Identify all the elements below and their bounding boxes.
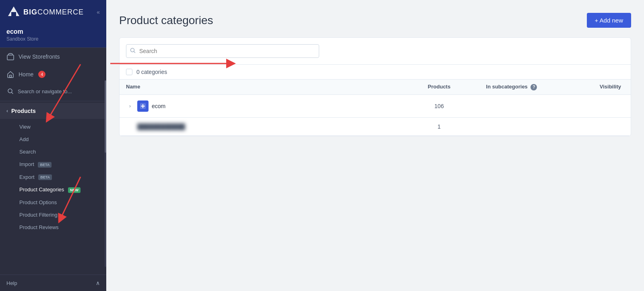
sidebar-item-view[interactable]: View — [13, 121, 106, 133]
sidebar-logo: BIGCOMMERCE — [6, 5, 84, 19]
help-label: Help — [6, 280, 17, 286]
main-content-area: Product categories + Add new — [106, 0, 644, 291]
svg-rect-2 — [7, 55, 14, 60]
main-content: Product categories + Add new — [106, 0, 644, 291]
logo-text: BIGCOMMERCE — [23, 8, 84, 16]
category-icon-ecom — [137, 100, 149, 112]
sidebar-item-export[interactable]: Export BETA — [13, 171, 106, 184]
sidebar-nav: View Storefronts Home 4 Search or naviga… — [0, 48, 106, 275]
sidebar-item-view-storefronts[interactable]: View Storefronts — [0, 48, 106, 66]
sidebar-item-product-reviews[interactable]: Product Reviews — [13, 221, 106, 234]
products-subnav: View Add Search Import BETA Export BETA … — [0, 119, 106, 235]
sidebar-item-import[interactable]: Import BETA — [13, 158, 106, 171]
products-section: ‹ Products View Add Search Import BETA E… — [0, 103, 106, 235]
import-beta-badge: BETA — [38, 162, 52, 168]
sidebar-search-label: Search or navigate to... — [18, 88, 72, 94]
sidebar-item-home[interactable]: Home 4 — [0, 66, 106, 83]
sidebar-item-product-options[interactable]: Product Options — [13, 196, 106, 209]
store-info: ecom Sandbox Store — [0, 24, 106, 48]
store-subtitle: Sandbox Store — [6, 36, 100, 42]
table-row: › ecom 106 — [120, 95, 631, 118]
sidebar-scrollbar-thumb — [105, 80, 106, 153]
select-all-row: 0 categories — [120, 65, 631, 80]
row-name-ecom: › ecom — [126, 100, 407, 112]
categories-new-badge: NEW — [68, 187, 80, 193]
table-row: ████████████ 1 — [120, 118, 631, 136]
sidebar: BIGCOMMERCE « ecom Sandbox Store View St… — [0, 0, 106, 291]
products-header[interactable]: ‹ Products — [0, 103, 106, 119]
sidebar-scrollbar-track — [105, 80, 106, 267]
search-input-wrapper — [126, 44, 319, 58]
page-title: Product categories — [119, 14, 213, 27]
sidebar-item-product-filtering[interactable]: Product Filtering — [13, 209, 106, 221]
row-products-blurred: 1 — [407, 123, 471, 130]
select-all-label: 0 categories — [136, 69, 167, 75]
row-name-blurred: ████████████ — [126, 123, 407, 130]
row-products-ecom: 106 — [407, 103, 471, 109]
home-badge: 4 — [38, 71, 45, 78]
store-name: ecom — [6, 28, 100, 35]
search-nav-icon — [6, 87, 14, 95]
add-new-button[interactable]: + Add new — [587, 13, 631, 28]
col-header-products: Products — [407, 84, 471, 90]
category-search-input[interactable] — [126, 44, 319, 58]
sidebar-item-product-categories[interactable]: Product Categories NEW — [13, 183, 106, 196]
col-header-name: Name — [126, 84, 407, 90]
col-header-visibility: Visibility — [552, 84, 624, 90]
search-icon — [130, 48, 136, 55]
table-header: Name Products In subcategories ? Visibil… — [120, 80, 631, 95]
storefront-icon — [6, 53, 14, 61]
sidebar-item-add[interactable]: Add — [13, 133, 106, 146]
sidebar-footer[interactable]: Help ∧ — [0, 275, 106, 291]
page-header: Product categories + Add new — [119, 13, 631, 28]
categories-card: 0 categories Name Products In subcategor… — [119, 37, 631, 136]
subcategories-help-icon[interactable]: ? — [530, 84, 537, 90]
category-name-ecom: ecom — [152, 103, 165, 109]
sidebar-item-search[interactable]: Search — [13, 146, 106, 158]
select-all-checkbox[interactable] — [126, 69, 132, 75]
expand-row-button[interactable]: › — [126, 102, 134, 110]
category-name-blurred: ████████████ — [137, 123, 185, 130]
chevron-left-icon: ‹ — [6, 108, 8, 114]
sidebar-item-storefronts-label: View Storefronts — [19, 53, 60, 60]
sidebar-item-home-label: Home — [19, 71, 33, 78]
sidebar-search-navigate[interactable]: Search or navigate to... — [0, 83, 106, 99]
card-search-area — [120, 38, 631, 65]
sidebar-header: BIGCOMMERCE « — [0, 0, 106, 24]
home-icon — [6, 70, 14, 78]
svg-rect-1 — [11, 12, 16, 16]
logo-icon — [6, 5, 21, 19]
chevron-up-icon: ∧ — [96, 280, 100, 286]
svg-rect-3 — [10, 75, 12, 77]
collapse-button[interactable]: « — [97, 9, 100, 15]
export-beta-badge: BETA — [38, 174, 52, 180]
sidebar-divider — [0, 101, 106, 101]
products-section-label: Products — [11, 108, 36, 114]
col-header-subcategories: In subcategories ? — [471, 84, 552, 90]
